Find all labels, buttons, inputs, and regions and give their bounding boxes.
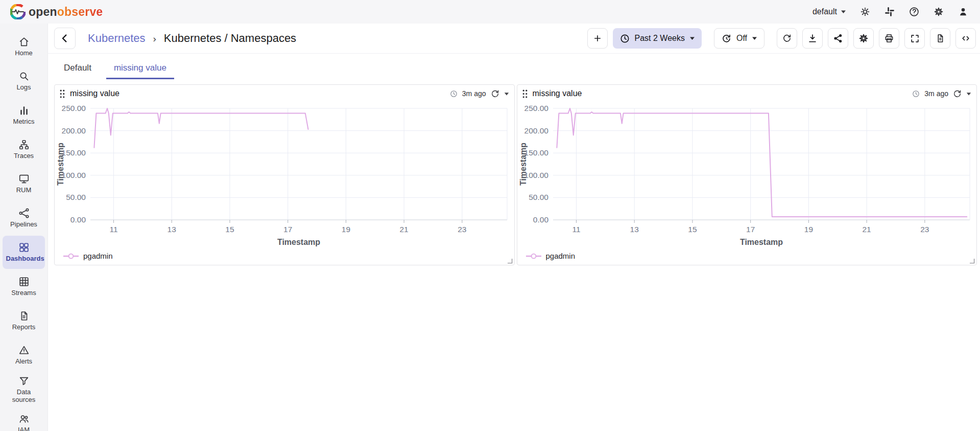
reports-icon	[18, 310, 30, 322]
line-chart[interactable]: 111315171921230.0050.00100.00150.00200.0…	[517, 102, 977, 252]
openobserve-logo[interactable]: openobserve	[10, 4, 103, 19]
line-chart-svg: 111315171921230.0050.00100.00150.00200.0…	[55, 102, 513, 252]
breadcrumb-parent-link[interactable]: Kubernetes	[88, 32, 146, 45]
sidebar-item-label: Streams	[11, 289, 36, 297]
time-range-button[interactable]: Past 2 Weeks	[613, 28, 702, 49]
svg-text:Timestamp: Timestamp	[519, 143, 528, 186]
svg-text:13: 13	[168, 225, 176, 234]
sidebar-item-dashboards[interactable]: Dashboards	[3, 236, 45, 269]
panel-resize-handle-icon[interactable]	[507, 258, 513, 264]
sidebar-item-label: Logs	[16, 84, 31, 92]
sidebar-item-data-sources[interactable]: Data sources	[3, 373, 45, 406]
fullscreen-icon	[910, 34, 920, 43]
back-button[interactable]	[54, 28, 76, 49]
sidebar-item-reports[interactable]: Reports	[3, 304, 45, 337]
search-icon	[18, 71, 30, 82]
panel-header: missing value3m ago	[55, 85, 514, 102]
file-icon	[935, 33, 945, 43]
help-icon	[909, 6, 920, 17]
logo-wordmark: openobserve	[29, 5, 103, 19]
dashboard-tabs: Defaultmissing value	[48, 54, 980, 79]
last-refreshed-label: 3m ago	[924, 89, 948, 98]
sidebar-item-logs[interactable]: Logs	[3, 64, 45, 98]
chevron-down-icon	[841, 10, 846, 14]
fullscreen-button[interactable]	[904, 28, 925, 49]
sidebar-item-rum[interactable]: RUM	[3, 167, 45, 200]
export-button[interactable]	[802, 28, 823, 49]
line-chart[interactable]: 111315171921230.0050.00100.00150.00200.0…	[55, 102, 514, 252]
monitor-icon	[18, 173, 30, 185]
metrics-icon	[18, 105, 30, 116]
chevron-down-icon	[689, 36, 695, 40]
sidebar-item-metrics[interactable]: Metrics	[3, 99, 45, 132]
query-inspector-button[interactable]	[955, 28, 976, 49]
time-range-label: Past 2 Weeks	[635, 34, 685, 43]
help-button[interactable]	[907, 5, 921, 18]
svg-text:200.00: 200.00	[62, 126, 86, 135]
panel-drag-handle-icon[interactable]	[522, 89, 528, 99]
refresh-icon	[782, 33, 792, 43]
chevron-left-icon	[59, 33, 70, 44]
panel-title: missing value	[70, 89, 119, 98]
sidebar-item-home[interactable]: Home	[3, 30, 45, 63]
settings-button[interactable]	[932, 5, 945, 18]
panel-resize-handle-icon[interactable]	[969, 258, 975, 264]
refresh-clock-icon	[721, 33, 732, 44]
svg-text:11: 11	[109, 225, 117, 234]
streams-icon	[18, 276, 30, 287]
panel-refresh-button[interactable]	[952, 89, 962, 99]
org-selector[interactable]: default	[812, 7, 846, 16]
panel-menu-caret[interactable]	[504, 92, 509, 96]
plus-icon	[592, 33, 603, 43]
print-button[interactable]	[879, 28, 899, 49]
svg-text:100.00: 100.00	[524, 171, 548, 179]
pipelines-icon	[18, 208, 30, 219]
sidebar-item-streams[interactable]: Streams	[3, 270, 45, 303]
legend-marker-icon	[63, 253, 79, 260]
add-panel-button[interactable]	[587, 28, 608, 49]
legend-marker-icon	[526, 253, 541, 260]
sidebar-item-label: Pipelines	[10, 221, 37, 229]
chart-legend[interactable]: pgadmin	[517, 252, 977, 265]
sidebar-nav: HomeLogsMetricsTracesRUMPipelinesDashboa…	[0, 24, 48, 431]
sidebar-item-label: Data sources	[6, 389, 42, 403]
panel-header: missing value3m ago	[517, 85, 977, 102]
tab-missing-value[interactable]: missing value	[106, 61, 174, 79]
svg-text:50.00: 50.00	[529, 193, 548, 201]
auto-refresh-interval-button[interactable]: Off	[714, 28, 764, 49]
panel-menu-caret[interactable]	[966, 92, 971, 96]
panel-drag-handle-icon[interactable]	[59, 89, 65, 99]
profile-button[interactable]	[957, 5, 970, 18]
theme-toggle-button[interactable]	[858, 5, 872, 18]
share-button[interactable]	[828, 28, 848, 49]
tab-default[interactable]: Default	[56, 61, 99, 79]
sidebar-item-label: IAM	[18, 426, 30, 431]
last-refreshed-icon	[912, 89, 920, 98]
top-bar: openobserve default	[0, 0, 980, 24]
sun-icon	[859, 6, 871, 17]
svg-text:15: 15	[225, 225, 234, 234]
refresh-button[interactable]	[777, 28, 797, 49]
gear-icon	[858, 33, 869, 44]
svg-text:11: 11	[572, 225, 580, 234]
svg-text:0.00: 0.00	[70, 215, 86, 224]
slack-button[interactable]	[883, 5, 896, 18]
person-icon	[958, 6, 969, 17]
svg-text:250.00: 250.00	[524, 104, 548, 112]
svg-text:0.00: 0.00	[533, 215, 548, 224]
sidebar-item-iam[interactable]: IAM	[3, 407, 45, 431]
org-selector-value: default	[812, 7, 837, 16]
json-view-button[interactable]	[930, 28, 950, 49]
sidebar-item-traces[interactable]: Traces	[3, 133, 45, 166]
breadcrumb: Kubernetes › Kubernetes / Namespaces Pas…	[48, 24, 980, 54]
sidebar-item-label: Traces	[14, 152, 34, 160]
sidebar-item-label: Alerts	[15, 358, 32, 366]
gear-icon	[933, 6, 944, 17]
chart-legend[interactable]: pgadmin	[55, 252, 514, 265]
sidebar-item-alerts[interactable]: Alerts	[3, 338, 45, 372]
sidebar-item-pipelines[interactable]: Pipelines	[3, 201, 45, 235]
panel-refresh-button[interactable]	[490, 89, 500, 99]
dashboard-panel: missing value3m ago111315171921230.0050.…	[54, 84, 515, 265]
svg-text:250.00: 250.00	[62, 104, 86, 112]
dashboard-settings-button[interactable]	[853, 28, 874, 49]
